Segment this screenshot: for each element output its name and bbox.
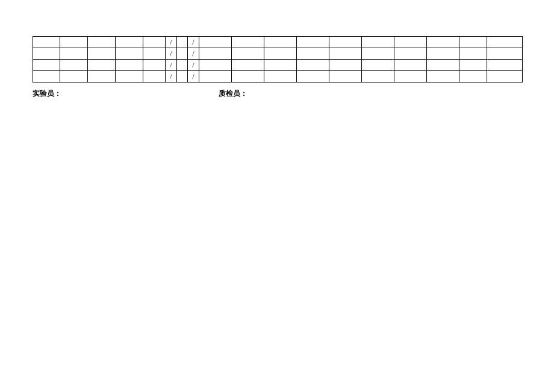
- cell: [297, 37, 329, 48]
- cell: [459, 48, 487, 60]
- cell: [33, 48, 60, 60]
- cell: [177, 71, 188, 82]
- cell: [232, 60, 264, 71]
- cell: [232, 71, 264, 82]
- cell: [362, 71, 394, 82]
- cell: [116, 71, 143, 82]
- table-row: / /: [33, 60, 523, 71]
- cell: [487, 71, 523, 82]
- cell: [329, 71, 362, 82]
- cell: /: [166, 48, 177, 60]
- cell: [143, 71, 166, 82]
- cell: [60, 48, 88, 60]
- cell: [297, 48, 329, 60]
- cell: [177, 37, 188, 48]
- cell: [33, 60, 60, 71]
- cell: [487, 60, 523, 71]
- cell: [143, 37, 166, 48]
- cell: [88, 48, 116, 60]
- cell: [143, 60, 166, 71]
- cell: [297, 60, 329, 71]
- cell: [60, 60, 88, 71]
- cell: /: [188, 37, 199, 48]
- cell: /: [188, 48, 199, 60]
- cell: [329, 60, 362, 71]
- cell: [60, 71, 88, 82]
- cell: [329, 37, 362, 48]
- cell: [459, 37, 487, 48]
- cell: [33, 37, 60, 48]
- cell: [60, 37, 88, 48]
- table-row: / /: [33, 37, 523, 48]
- cell: [33, 71, 60, 82]
- tester-label: 实验员：: [33, 89, 61, 99]
- cell: [199, 60, 232, 71]
- cell: [394, 71, 427, 82]
- cell: /: [188, 60, 199, 71]
- cell: [177, 60, 188, 71]
- cell: [394, 37, 427, 48]
- cell: [88, 60, 116, 71]
- cell: [232, 48, 264, 60]
- table-row: / /: [33, 71, 523, 82]
- cell: [427, 71, 459, 82]
- cell: [487, 37, 523, 48]
- cell: [427, 60, 459, 71]
- cell: [199, 37, 232, 48]
- cell: [329, 48, 362, 60]
- cell: [362, 37, 394, 48]
- cell: [264, 37, 297, 48]
- cell: [143, 48, 166, 60]
- table-row: / /: [33, 48, 523, 60]
- cell: [199, 71, 232, 82]
- data-table: / / / /: [33, 36, 522, 82]
- cell: [394, 48, 427, 60]
- cell: /: [166, 71, 177, 82]
- cell: /: [166, 60, 177, 71]
- cell: [116, 48, 143, 60]
- inspector-label: 质检员：: [219, 89, 247, 99]
- cell: [297, 71, 329, 82]
- cell: [177, 48, 188, 60]
- cell: [427, 37, 459, 48]
- cell: [459, 71, 487, 82]
- cell: [264, 71, 297, 82]
- cell: [116, 37, 143, 48]
- cell: [394, 60, 427, 71]
- cell: [362, 48, 394, 60]
- cell: [199, 48, 232, 60]
- cell: [116, 60, 143, 71]
- table: / / / /: [33, 36, 523, 82]
- cell: [88, 71, 116, 82]
- cell: [264, 60, 297, 71]
- cell: [487, 48, 523, 60]
- cell: [362, 60, 394, 71]
- cell: [88, 37, 116, 48]
- cell: [264, 48, 297, 60]
- cell: /: [188, 71, 199, 82]
- cell: [459, 60, 487, 71]
- cell: /: [166, 37, 177, 48]
- cell: [232, 37, 264, 48]
- cell: [427, 48, 459, 60]
